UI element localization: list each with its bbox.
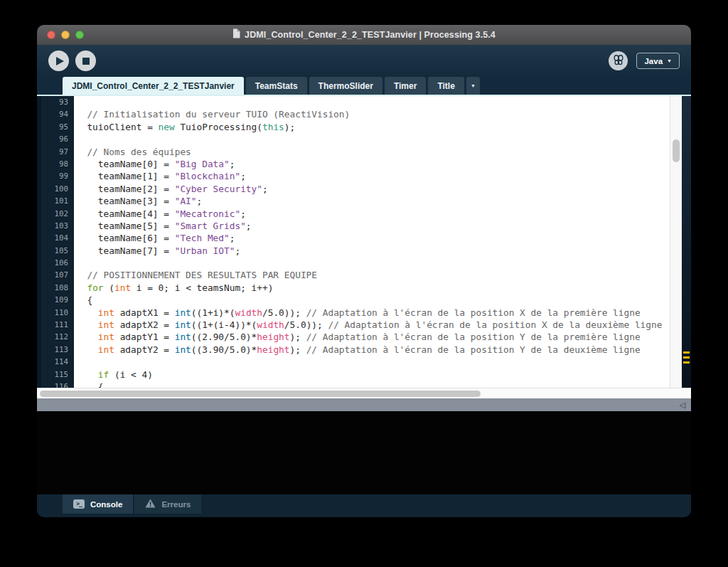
code-line[interactable]: 104 teamName[6] = "Tech Med";: [41, 232, 670, 244]
line-number: 108: [41, 282, 74, 294]
mode-label: Java: [644, 57, 663, 65]
code-line[interactable]: 110 int adaptX1 = int((1+i)*(width/5.0))…: [41, 307, 670, 319]
tab-thermoslider[interactable]: ThermoSlider: [309, 77, 382, 95]
warning-marker[interactable]: [683, 361, 690, 364]
tab-teamstats[interactable]: TeamStats: [246, 77, 307, 95]
code-line[interactable]: 113 int adaptY2 = int((3.90/5.0)*height)…: [41, 344, 670, 356]
warning-marker[interactable]: [683, 356, 690, 359]
line-number: 115: [41, 369, 74, 381]
tab-title[interactable]: Title: [428, 77, 464, 95]
line-number: 98: [41, 158, 74, 170]
code-line[interactable]: 96: [41, 133, 670, 145]
errors-tab-label: Erreurs: [161, 500, 191, 509]
code-line[interactable]: 115 if (i < 4): [41, 369, 670, 381]
code-line[interactable]: 109 {: [41, 294, 670, 306]
line-number: 114: [41, 356, 74, 368]
tab-timer[interactable]: Timer: [385, 77, 426, 95]
line-number: 103: [41, 220, 74, 232]
code-text: {: [74, 381, 670, 388]
code-line[interactable]: 116 {: [41, 381, 670, 388]
code-line[interactable]: 108 for (int i = 0; i < teamsNum; i++): [41, 282, 670, 294]
code-editor[interactable]: 9394 // Initialisation du serveur TUIO (…: [41, 96, 670, 388]
code-text: teamName[3] = "AI";: [74, 195, 670, 207]
chevron-down-icon: ▼: [667, 58, 672, 63]
line-number: 107: [41, 269, 74, 281]
console-terminal-icon: >_: [73, 499, 85, 509]
console-tab-label: Console: [90, 500, 122, 509]
code-line[interactable]: 100 teamName[2] = "Cyber Security";: [41, 183, 670, 195]
toolbar: Java ▼: [37, 45, 691, 77]
tab-menu-button[interactable]: ▼: [466, 77, 480, 95]
minimize-window-button[interactable]: [61, 31, 70, 39]
console-output: [37, 411, 691, 494]
line-number: 100: [41, 183, 74, 195]
warning-triangle-icon: [145, 499, 156, 509]
window-titlebar[interactable]: JDMI_Control_Center_2_2_TESTJanvier | Pr…: [37, 25, 691, 45]
line-number: 102: [41, 208, 74, 220]
close-window-button[interactable]: [47, 31, 55, 39]
code-text: // Initialisation du serveur TUIO (React…: [74, 108, 670, 120]
play-icon: [56, 57, 64, 65]
debug-button[interactable]: [609, 51, 628, 70]
stop-button[interactable]: [75, 51, 96, 71]
code-line[interactable]: 112 int adaptY1 = int((2.90/5.0)*height)…: [41, 331, 670, 343]
code-text: teamName[2] = "Cyber Security";: [74, 183, 670, 195]
horizontal-scrollbar-thumb[interactable]: [40, 391, 481, 397]
code-line[interactable]: 101 teamName[3] = "AI";: [41, 195, 670, 207]
line-number: 96: [41, 133, 74, 145]
sketch-tabbar: JDMI_Control_Center_2_2_TESTJanvier Team…: [37, 77, 691, 96]
line-number: 101: [41, 195, 74, 207]
console-splitter[interactable]: ◁: [37, 398, 691, 411]
code-line[interactable]: 105 teamName[7] = "Urban IOT";: [41, 245, 670, 257]
run-button[interactable]: [48, 51, 69, 71]
tab-main-sketch[interactable]: JDMI_Control_Center_2_2_TESTJanvier: [63, 77, 244, 95]
line-number: 94: [41, 108, 74, 120]
vertical-scrollbar[interactable]: [670, 96, 682, 388]
code-line[interactable]: 94 // Initialisation du serveur TUIO (Re…: [41, 108, 670, 120]
line-number: 99: [41, 170, 74, 182]
line-number: 110: [41, 307, 74, 319]
code-line[interactable]: 114: [41, 356, 670, 368]
code-text: for (int i = 0; i < teamsNum; i++): [74, 282, 670, 294]
traffic-lights: [47, 31, 84, 39]
zoom-window-button[interactable]: [75, 31, 84, 39]
editor-right-strip: [682, 96, 691, 388]
processing-ide-window: JDMI_Control_Center_2_2_TESTJanvier | Pr…: [37, 25, 691, 517]
code-text: // Noms des équipes: [74, 146, 670, 158]
code-text: if (i < 4): [74, 369, 670, 381]
butterfly-icon: [612, 53, 625, 68]
code-text: [74, 96, 670, 108]
errors-tab[interactable]: Erreurs: [134, 494, 201, 514]
code-text: int adaptX1 = int((1+i)*(width/5.0)); //…: [74, 307, 670, 319]
footer-tabbar: >_ Console Erreurs: [37, 494, 691, 517]
line-number: 109: [41, 294, 74, 306]
code-line[interactable]: 97 // Noms des équipes: [41, 146, 670, 158]
vertical-scrollbar-thumb[interactable]: [673, 139, 680, 162]
code-line[interactable]: 98 teamName[0] = "Big Data";: [41, 158, 670, 170]
document-icon: [232, 28, 240, 41]
warning-marker[interactable]: [683, 351, 690, 354]
code-text: [74, 356, 670, 368]
code-text: teamName[1] = "Blockchain";: [74, 170, 670, 182]
console-tab[interactable]: >_ Console: [63, 494, 133, 514]
code-text: [74, 257, 670, 269]
code-line[interactable]: 95 tuioClient = new TuioProcessing(this)…: [41, 121, 670, 133]
collapse-console-button[interactable]: ◁: [680, 398, 685, 411]
code-line[interactable]: 111 int adaptX2 = int((1+(i-4))*(width/5…: [41, 319, 670, 331]
code-text: int adaptY2 = int((3.90/5.0)*height); //…: [74, 344, 670, 356]
mode-selector-button[interactable]: Java ▼: [636, 53, 680, 69]
code-line[interactable]: 107 // POSITIONNEMENT DES RESULTATS PAR …: [41, 269, 670, 281]
line-number: 95: [41, 121, 74, 133]
code-line[interactable]: 106: [41, 257, 670, 269]
code-text: teamName[0] = "Big Data";: [74, 158, 670, 170]
code-text: tuioClient = new TuioProcessing(this);: [74, 121, 670, 133]
code-line[interactable]: 99 teamName[1] = "Blockchain";: [41, 170, 670, 182]
code-text: [74, 133, 670, 145]
code-line[interactable]: 93: [41, 96, 670, 108]
code-line[interactable]: 102 teamName[4] = "Mecatronic";: [41, 208, 670, 220]
code-line[interactable]: 103 teamName[5] = "Smart Grids";: [41, 220, 670, 232]
code-text: // POSITIONNEMENT DES RESULTATS PAR EQUI…: [74, 269, 670, 281]
code-text: int adaptY1 = int((2.90/5.0)*height); //…: [74, 331, 670, 343]
code-text: int adaptX2 = int((1+(i-4))*(width/5.0))…: [74, 319, 670, 331]
horizontal-scrollbar[interactable]: [37, 388, 691, 398]
